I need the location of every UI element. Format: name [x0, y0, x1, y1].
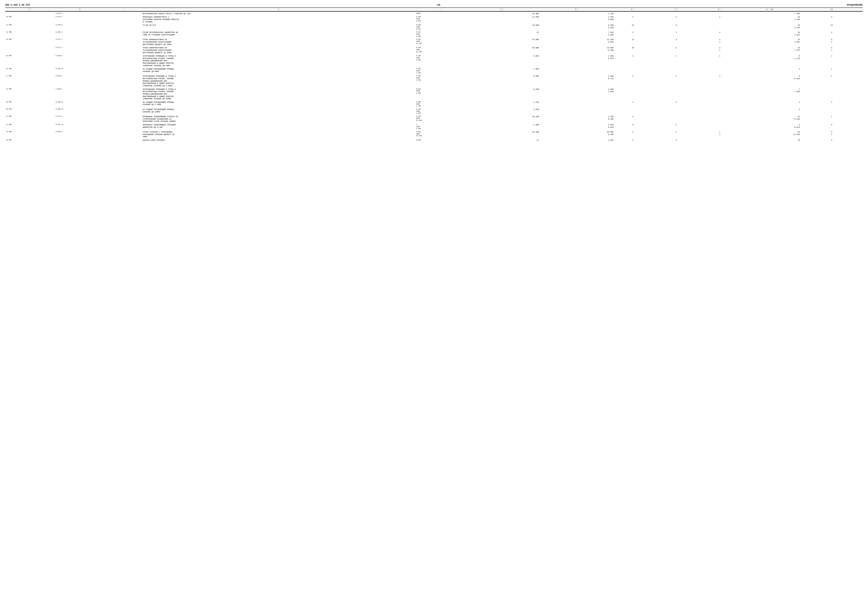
row-num: 20 РМО [5, 108, 55, 115]
row-c8: 1 [651, 75, 701, 87]
row-q1: 12.500 [465, 16, 539, 23]
row-q2 [540, 101, 614, 107]
table-row: 19 РМО 8-409-11 ЗА КАЖДЫЙ ПОСЛЕДУЮЩИЙ ПР… [5, 101, 863, 107]
row-colon [105, 12, 142, 15]
row-c9 [701, 68, 738, 74]
table-row: 22 РМО 8-472-11 ПЕРЕМЫЧКА ЗАЗЕМЛЯЮЩАЯ ТР… [5, 124, 863, 130]
row-colon [105, 68, 142, 74]
table-row: 12 РМО 8-408-1 РУКАВ МЕТАЛЛИЧЕСКИХ ДИАМЕ… [5, 31, 863, 37]
row-c10: 4 [738, 108, 801, 115]
row-desc: МОНТАЖ ОТВЕТ.КОРОБОК [142, 139, 415, 142]
row-q2: 19 5006.180 [540, 47, 614, 54]
row-code: 8-406-2 [55, 131, 105, 138]
row-c11: 14 [801, 24, 863, 31]
table-row: 11 РМО 8-148-9 ТО ЖЕ ПО М/К 0.906100М8.6… [5, 24, 863, 31]
row-c10: 101.148 [738, 16, 801, 23]
row-unit: 21ОШТ1.500 [415, 124, 465, 130]
row-c8: 3 [651, 47, 701, 54]
row-desc: ЗА КАЖДЫЙ ПОСЛЕДУЮЩИЙ ПРОВОД,СЕЧЕНИЕ ДО:… [142, 68, 415, 74]
row-c9 [701, 124, 738, 130]
row-colon [105, 115, 142, 123]
row-num: 11 РМО [5, 24, 55, 31]
row-c10: 71.883 [738, 88, 801, 100]
table-row: 10 РМО 8-141-1 ПРОКЛАДКА КОМПЛЕКТНОГО СП… [5, 16, 863, 23]
row-c9 [701, 139, 738, 142]
row-c7: 3 [614, 131, 651, 138]
col-header-row: 1 : 2 : 1 : 4 : 5 : 6 : 7 : 8 : 9 : 10 1… [5, 8, 863, 11]
row-c11: 1 [801, 68, 863, 74]
row-c11: 6 [801, 124, 863, 130]
row-num: 17 РМО [5, 75, 55, 87]
row-c7: 1 [614, 55, 651, 67]
row-c10: 51.122 [738, 55, 801, 67]
row-num: 23 РМО [5, 131, 55, 138]
row-colon [105, 75, 142, 87]
table-row: 17 РМО 8-409-1 ЗАТЯГИВАНИЕ ПРОВОДОВ В ТР… [5, 75, 863, 87]
col-h12: 11 [801, 8, 863, 11]
row-c10: 337 972 [738, 47, 801, 54]
row-q1: 59.500 [465, 47, 539, 54]
row-c7 [614, 68, 651, 74]
row-c8 [651, 68, 701, 74]
row-c8: 1 [651, 55, 701, 67]
row-c10: 2 [738, 68, 801, 74]
row-unit: 100ШТ [415, 12, 465, 15]
row-q1: 56.100 [465, 115, 539, 123]
col-h5: : [415, 8, 465, 11]
table-row: 16 РМО 8-409-12 ЗА КАЖДЫЙ ПОСЛЕДУЮЩИЙ ПР… [5, 68, 863, 74]
row-c11: 51 [801, 47, 863, 54]
row-desc: ЗА КАЖДЫЙ ПОСЛЕДУЮЩИЙ ПРОВОД,СЕЧЕНИЕ ДО:… [142, 101, 415, 107]
row-c7: 2 [614, 139, 651, 142]
row-code: 8-409-13 [55, 108, 105, 115]
col-h10: 8 : [701, 8, 738, 11]
row-unit: 0.120100М2.380 [415, 108, 465, 115]
row-c7 [614, 12, 651, 15]
row-c8: 1 [651, 101, 701, 107]
col-h2: 2 [55, 8, 105, 11]
row-q2: 2.2300.890 [540, 16, 614, 23]
row-c8 [651, 12, 701, 15]
row-q1: 1.210 [465, 101, 539, 107]
row-c9: 1 [701, 16, 738, 23]
row-c8: 3 [651, 124, 701, 130]
row-c10: 40.916 [738, 75, 801, 87]
row-q2: 0.2060.010 [540, 124, 614, 130]
doc-number: 9ОI-2-I66.I.89 [5, 4, 24, 6]
row-q1: 20.600 [465, 24, 539, 31]
row-num: 21 РМО [5, 115, 55, 123]
row-c7: 2 [614, 75, 651, 87]
row-c11: 1 [801, 31, 863, 37]
row-c8: 2 [651, 16, 701, 23]
table-row: 1А РМО А-409-3 ЗАТЯГИВАНИЕ ПРОВОДОВ В ТР… [5, 88, 863, 100]
row-c9 [701, 101, 738, 107]
row-c10: 162 941 [738, 31, 801, 37]
row-c10: 30.013 [738, 124, 801, 130]
row-unit: 0.356100М14.400 [415, 38, 465, 46]
row-desc: ПРОКЛАДКА КОМПЛЕКТНОГО СПОГРУЖНЫМ НАСОСО… [142, 16, 415, 23]
row-q1: 6.020 [465, 55, 539, 67]
row-c9: 31 [701, 47, 738, 54]
row-desc: ЗАТЯГИВАНИЕ ПРОВОДОВ В ТРУБЫ ИМЕТАЛЛИЧЕС… [142, 75, 415, 87]
row-desc: ЗАТЯГИВАНИЕ ПРОВОДОВ В ТРУБЫ ИМЕТАЛЛИЧЕС… [142, 88, 415, 100]
row-q1: 21 [465, 139, 539, 142]
row-code: 8-472-11 [55, 124, 105, 130]
row-c10: 264.967 [738, 38, 801, 46]
row-q1: 1.380 [465, 68, 539, 74]
row-c11: 1. [801, 75, 863, 87]
row-q2: 1.160 [540, 12, 614, 15]
row-q2: 0.4800.190 [540, 24, 614, 31]
row-num [5, 47, 55, 54]
row-c9 [701, 115, 738, 123]
continuation-label: ПРОДОЛЖЕНИЕ [847, 4, 863, 6]
row-c11 [801, 88, 863, 100]
row-q2: 7.5402.280 [540, 31, 614, 37]
row-c9: 11 [701, 131, 738, 138]
row-colon [105, 31, 142, 37]
table-row: 8-417-3 ТРУБА ВИНИПЛАСТОВАЯ ПОУСТАНОВЛЕН… [5, 47, 863, 54]
col-h6: 4 : [465, 8, 539, 11]
row-num: 10 РМО [5, 16, 55, 23]
row-unit: 0.086 [415, 139, 465, 142]
row-code: 8-417-3 [55, 47, 105, 54]
row-num: 15 РМО [5, 55, 55, 67]
document-header: 9ОI-2-I66.I.89 (5) -28- ПРОДОЛЖЕНИЕ [5, 3, 863, 6]
